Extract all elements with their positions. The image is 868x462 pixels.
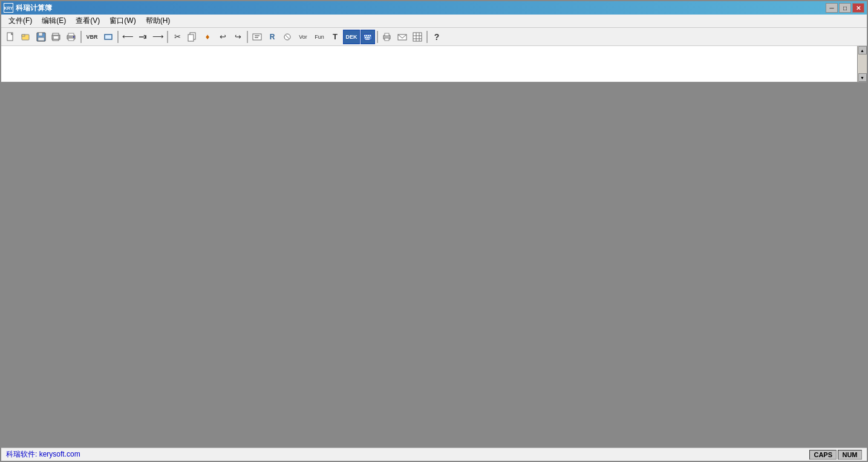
svg-rect-33	[385, 33, 389, 36]
status-indicators: CAPS NUM	[809, 450, 862, 460]
cut-button[interactable]: ✂	[170, 30, 184, 44]
content-area: ▲ ▼	[1, 46, 867, 447]
textbox-button[interactable]	[250, 30, 264, 44]
delete-button[interactable]	[135, 30, 150, 44]
svg-rect-24	[364, 35, 365, 36]
menu-view[interactable]: 查看(V)	[71, 15, 105, 27]
svg-rect-11	[68, 38, 74, 41]
sep6	[426, 31, 428, 43]
title-left: KRY 科瑞计算簿	[4, 3, 52, 13]
svg-rect-13	[105, 35, 112, 39]
app-icon: KRY	[4, 3, 13, 13]
copy-button[interactable]	[185, 30, 200, 44]
menu-edit[interactable]: 编辑(E)	[37, 15, 71, 27]
circle-button[interactable]	[280, 30, 295, 44]
title-bar: KRY 科瑞计算簿 ─ □ ✕	[1, 1, 867, 15]
svg-rect-5	[38, 38, 44, 41]
editor-panel[interactable]: ▲ ▼	[1, 46, 867, 82]
title-buttons: ─ □ ✕	[826, 3, 864, 13]
status-bar: 科瑞软件: kerysoft.com CAPS NUM	[1, 447, 867, 461]
close-button[interactable]: ✕	[852, 3, 864, 13]
svg-rect-10	[68, 33, 74, 36]
special-button[interactable]: ♦	[200, 30, 215, 44]
new-button[interactable]	[4, 30, 18, 44]
toolbar: VBR ⟵ ⟶ ✂ ♦ ↩ ↪	[1, 28, 867, 46]
insert-before-button[interactable]: ⟵	[120, 30, 135, 44]
keyboard-button[interactable]	[361, 30, 375, 44]
menu-bar: 文件(F) 编辑(E) 查看(V) 窗口(W) 帮助(H)	[1, 15, 867, 28]
email-button[interactable]	[395, 30, 410, 44]
svg-rect-28	[365, 37, 366, 38]
num-indicator: NUM	[838, 450, 862, 460]
print-button[interactable]	[64, 30, 79, 44]
insert-after-button[interactable]: ⟶	[151, 30, 165, 44]
print2-button[interactable]	[380, 30, 394, 44]
text-button[interactable]: T	[328, 30, 342, 44]
svg-rect-30	[368, 37, 370, 38]
sep5	[377, 31, 378, 43]
table-button[interactable]	[410, 30, 425, 44]
help-button[interactable]: ?	[429, 30, 444, 44]
sep2	[117, 31, 119, 43]
svg-rect-2	[22, 35, 25, 36]
svg-rect-17	[188, 35, 194, 41]
sep1	[80, 31, 82, 43]
svg-rect-4	[39, 33, 42, 36]
menu-window[interactable]: 窗口(W)	[105, 15, 140, 27]
main-window: KRY 科瑞计算簿 ─ □ ✕ 文件(F) 编辑(E) 查看(V) 窗口(W) …	[0, 0, 868, 462]
open-button[interactable]	[19, 30, 33, 44]
svg-rect-36	[413, 33, 422, 41]
svg-point-12	[73, 36, 74, 38]
scroll-up-arrow[interactable]: ▲	[858, 46, 867, 54]
svg-rect-29	[367, 37, 368, 38]
r-button[interactable]: R	[265, 30, 279, 44]
status-text: 科瑞软件: kerysoft.com	[6, 449, 80, 460]
window-title: 科瑞计算簿	[16, 3, 52, 13]
svg-rect-25	[366, 35, 367, 36]
scroll-down-arrow[interactable]: ▼	[858, 73, 867, 82]
caps-indicator: CAPS	[809, 450, 837, 460]
dek-button[interactable]: DEK	[343, 30, 360, 44]
svg-rect-8	[54, 36, 58, 39]
redo-button[interactable]: ↪	[230, 30, 245, 44]
svg-rect-18	[253, 34, 261, 40]
svg-rect-26	[368, 35, 369, 36]
fun-button[interactable]: Fun	[312, 30, 327, 44]
save-button[interactable]	[34, 30, 48, 44]
menu-help[interactable]: 帮助(H)	[141, 15, 175, 27]
svg-rect-31	[365, 39, 370, 40]
sep3	[167, 31, 168, 43]
undo-button[interactable]: ↩	[215, 30, 230, 44]
svg-rect-34	[385, 38, 389, 41]
shape-box-button[interactable]	[101, 30, 116, 44]
minimize-button[interactable]: ─	[826, 3, 838, 13]
workspace	[1, 82, 867, 447]
vertical-scrollbar[interactable]: ▲ ▼	[857, 46, 867, 82]
vor-button[interactable]: Vor	[295, 30, 311, 44]
maximize-button[interactable]: □	[839, 3, 851, 13]
print-preview-button[interactable]	[49, 30, 64, 44]
sep4	[247, 31, 248, 43]
svg-rect-27	[370, 35, 371, 36]
menu-file[interactable]: 文件(F)	[4, 15, 37, 27]
vbr-button[interactable]: VBR	[83, 30, 100, 44]
